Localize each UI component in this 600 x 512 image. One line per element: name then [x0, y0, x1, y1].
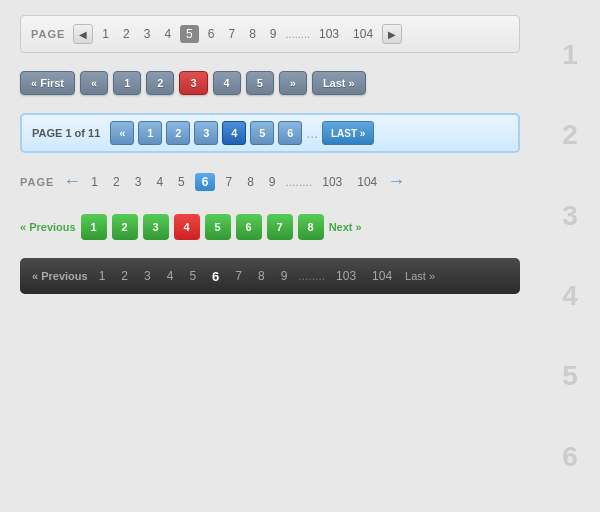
page-1-8[interactable]: 8 — [244, 25, 261, 43]
page-1-7[interactable]: 7 — [223, 25, 240, 43]
page-4-2[interactable]: 2 — [108, 173, 125, 191]
pagination-row6: « Previous 1 2 3 4 5 6 7 8 9 ........ 10… — [20, 258, 520, 294]
pagination-row3: PAGE 1 of 11 « 1 2 3 4 5 6 ... LAST » — [20, 113, 520, 153]
page-4-8[interactable]: 8 — [242, 173, 259, 191]
page-2-3-active[interactable]: 3 — [179, 71, 207, 95]
page-2-2[interactable]: 2 — [146, 71, 174, 95]
page-3-4-active[interactable]: 4 — [222, 121, 246, 145]
page-6-9[interactable]: 9 — [276, 267, 293, 285]
page-5-8[interactable]: 8 — [298, 214, 324, 240]
prev-arrow-1[interactable]: ◀ — [73, 24, 93, 44]
dots-1: ........ — [286, 28, 310, 40]
page-5-2[interactable]: 2 — [112, 214, 138, 240]
page-5-4-active[interactable]: 4 — [174, 214, 200, 240]
next-double-button[interactable]: » — [279, 71, 307, 95]
dots-6: ........ — [298, 269, 325, 283]
page-3-2[interactable]: 2 — [166, 121, 190, 145]
page-6-103[interactable]: 103 — [331, 267, 361, 285]
page-6-5[interactable]: 5 — [184, 267, 201, 285]
page-3-3[interactable]: 3 — [194, 121, 218, 145]
page-1-103[interactable]: 103 — [314, 25, 344, 43]
page-6-1[interactable]: 1 — [94, 267, 111, 285]
page-4-4[interactable]: 4 — [151, 173, 168, 191]
prev-btn-3[interactable]: « — [110, 121, 134, 145]
page-6-3[interactable]: 3 — [139, 267, 156, 285]
next-btn-5[interactable]: Next » — [329, 221, 362, 233]
page-1-9[interactable]: 9 — [265, 25, 282, 43]
page-2-5[interactable]: 5 — [246, 71, 274, 95]
prev-btn-5[interactable]: « Previous — [20, 221, 76, 233]
page-6-2[interactable]: 2 — [116, 267, 133, 285]
page-4-3[interactable]: 3 — [130, 173, 147, 191]
pagination-row4: PAGE ← 1 2 3 4 5 6 7 8 9 ........ 103 10… — [20, 167, 520, 196]
first-button[interactable]: « First — [20, 71, 75, 95]
page-4-103[interactable]: 103 — [317, 173, 347, 191]
page-6-7[interactable]: 7 — [230, 267, 247, 285]
page-6-104[interactable]: 104 — [367, 267, 397, 285]
page-3-5[interactable]: 5 — [250, 121, 274, 145]
page-5-1[interactable]: 1 — [81, 214, 107, 240]
page-1-4[interactable]: 4 — [159, 25, 176, 43]
page-1-2[interactable]: 2 — [118, 25, 135, 43]
page-info-3: PAGE 1 of 11 — [32, 127, 100, 139]
side-num-3: 3 — [562, 200, 578, 232]
side-num-5: 5 — [562, 360, 578, 392]
page-4-1[interactable]: 1 — [86, 173, 103, 191]
page-6-4[interactable]: 4 — [162, 267, 179, 285]
pagination-row5: « Previous 1 2 3 4 5 6 7 8 Next » — [20, 210, 520, 244]
page-4-7[interactable]: 7 — [220, 173, 237, 191]
side-numbers: 1 2 3 4 5 6 — [540, 0, 600, 512]
page-label-1: PAGE — [31, 28, 65, 40]
page-4-6-active[interactable]: 6 — [195, 173, 216, 191]
dots-4: ........ — [286, 175, 313, 189]
next-arrow-4[interactable]: → — [387, 171, 405, 192]
last-button[interactable]: Last » — [312, 71, 366, 95]
pagination-row2: « First « 1 2 3 4 5 » Last » — [20, 67, 520, 99]
page-2-4[interactable]: 4 — [213, 71, 241, 95]
page-6-8[interactable]: 8 — [253, 267, 270, 285]
side-num-1: 1 — [562, 39, 578, 71]
page-3-1[interactable]: 1 — [138, 121, 162, 145]
prev-arrow-4[interactable]: ← — [63, 171, 81, 192]
page-1-104[interactable]: 104 — [348, 25, 378, 43]
page-6-6-active[interactable]: 6 — [207, 267, 224, 286]
page-5-3[interactable]: 3 — [143, 214, 169, 240]
prev-double-button[interactable]: « — [80, 71, 108, 95]
page-4-104[interactable]: 104 — [352, 173, 382, 191]
next-arrow-1[interactable]: ▶ — [382, 24, 402, 44]
pagination-row1: PAGE ◀ 1 2 3 4 5 6 7 8 9 ........ 103 10… — [20, 15, 520, 53]
page-5-6[interactable]: 6 — [236, 214, 262, 240]
side-num-6: 6 — [562, 441, 578, 473]
dots-3: ... — [306, 125, 318, 141]
page-1-1[interactable]: 1 — [97, 25, 114, 43]
page-5-7[interactable]: 7 — [267, 214, 293, 240]
page-4-5[interactable]: 5 — [173, 173, 190, 191]
page-1-3[interactable]: 3 — [139, 25, 156, 43]
last-btn-3[interactable]: LAST » — [322, 121, 374, 145]
page-4-9[interactable]: 9 — [264, 173, 281, 191]
page-2-1[interactable]: 1 — [113, 71, 141, 95]
page-1-6[interactable]: 6 — [203, 25, 220, 43]
side-num-4: 4 — [562, 280, 578, 312]
page-3-6[interactable]: 6 — [278, 121, 302, 145]
page-1-5-active[interactable]: 5 — [180, 25, 199, 43]
page-label-4: PAGE — [20, 176, 54, 188]
last-btn-6[interactable]: Last » — [405, 270, 435, 282]
page-5-5[interactable]: 5 — [205, 214, 231, 240]
prev-btn-6[interactable]: « Previous — [32, 270, 88, 282]
side-num-2: 2 — [562, 119, 578, 151]
